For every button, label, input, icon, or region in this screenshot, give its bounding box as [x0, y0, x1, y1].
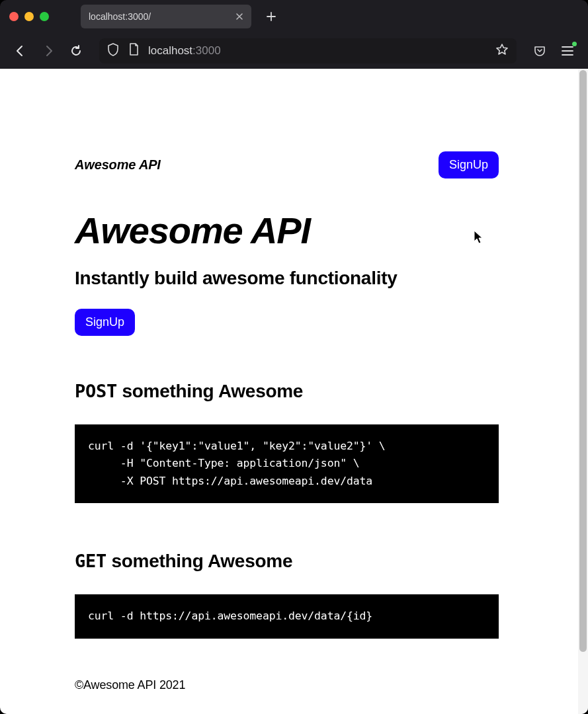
shield-icon[interactable]	[107, 43, 119, 59]
browser-tab[interactable]: localhost:3000/	[81, 5, 251, 28]
http-method-post: POST	[75, 381, 117, 401]
window-controls	[9, 12, 49, 21]
address-bar[interactable]: localhost:3000	[99, 38, 517, 63]
scrollbar-thumb[interactable]	[579, 70, 587, 652]
notification-dot-icon	[572, 42, 577, 46]
page-info-icon[interactable]	[128, 43, 139, 59]
maximize-window-button[interactable]	[40, 12, 49, 21]
toolbar-right	[527, 38, 580, 63]
hero-title: Awesome API	[75, 209, 499, 252]
back-button[interactable]	[8, 38, 33, 63]
url-text: localhost:3000	[148, 44, 486, 58]
section-title-rest: something Awesome	[106, 551, 292, 571]
code-block-post[interactable]: curl -d '{"key1":"value1", "key2":"value…	[75, 424, 499, 503]
section-heading-post: POST something Awesome	[75, 381, 499, 402]
brand-logo: Awesome API	[75, 157, 161, 173]
page-content: Awesome API SignUp Awesome API Instantly…	[75, 69, 499, 714]
page-viewport: Awesome API SignUp Awesome API Instantly…	[0, 69, 588, 714]
nav-toolbar: localhost:3000	[0, 33, 588, 69]
scrollbar-track[interactable]	[578, 69, 588, 714]
signup-button-header[interactable]: SignUp	[439, 151, 499, 178]
footer-copyright: ©Awesome API 2021	[75, 678, 499, 692]
close-window-button[interactable]	[9, 12, 19, 21]
tab-title: localhost:3000/	[89, 11, 151, 22]
code-block-get[interactable]: curl -d https://api.awesomeapi.dev/data/…	[75, 594, 499, 638]
browser-chrome: localhost:3000/ localhost:3000	[0, 0, 588, 69]
minimize-window-button[interactable]	[24, 12, 34, 21]
pocket-icon[interactable]	[527, 38, 552, 63]
tab-bar: localhost:3000/	[0, 0, 588, 33]
bookmark-star-icon[interactable]	[495, 43, 509, 59]
reload-button[interactable]	[63, 38, 89, 63]
hero-subtitle: Instantly build awesome functionality	[75, 268, 499, 289]
new-tab-button[interactable]	[259, 5, 283, 28]
hamburger-menu-icon[interactable]	[555, 38, 580, 63]
close-tab-icon[interactable]	[235, 13, 243, 20]
forward-button[interactable]	[36, 38, 61, 63]
http-method-get: GET	[75, 551, 106, 571]
site-header: Awesome API SignUp	[75, 151, 499, 178]
section-heading-get: GET something Awesome	[75, 551, 499, 572]
signup-button-hero[interactable]: SignUp	[75, 309, 135, 336]
section-title-rest: something Awesome	[117, 381, 303, 401]
